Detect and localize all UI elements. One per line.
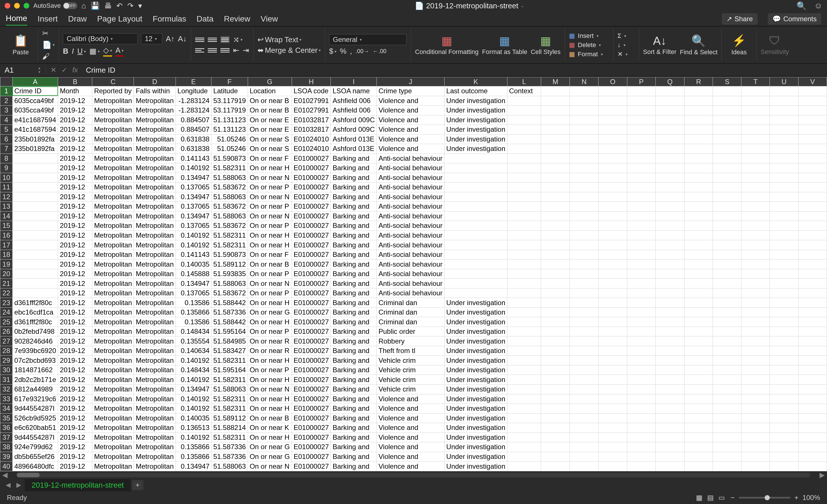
- cell-S39[interactable]: [713, 452, 741, 461]
- cell-F2[interactable]: 53.117919: [211, 96, 248, 106]
- cell-P18[interactable]: [627, 250, 655, 260]
- row-header-13[interactable]: 13: [0, 202, 13, 212]
- cell-D19[interactable]: Metropolitan: [134, 260, 176, 269]
- cell-O12[interactable]: [598, 192, 627, 202]
- cell-Q17[interactable]: [655, 240, 684, 250]
- cell-H2[interactable]: E01027991: [292, 96, 331, 106]
- cell-Q6[interactable]: [655, 134, 684, 144]
- cell-Q32[interactable]: [655, 384, 684, 394]
- qat-dropdown-icon[interactable]: ▾: [138, 1, 142, 10]
- cell-I35[interactable]: Barking and: [331, 413, 377, 423]
- cell-V29[interactable]: [798, 355, 827, 366]
- cell-O14[interactable]: [598, 211, 627, 221]
- cell-U38[interactable]: [770, 442, 798, 452]
- cell-H17[interactable]: E01000027: [292, 240, 331, 250]
- cell-E26[interactable]: 0.148434: [176, 327, 211, 336]
- cell-T39[interactable]: [741, 452, 770, 461]
- cell-M17[interactable]: [541, 240, 570, 250]
- cell-I18[interactable]: Barking and: [331, 250, 377, 260]
- cell-O36[interactable]: [598, 423, 627, 433]
- cell-J13[interactable]: Anti-social behaviour: [377, 202, 444, 212]
- cell-V7[interactable]: [798, 144, 827, 154]
- cell-C20[interactable]: Metropolitan: [92, 269, 134, 279]
- cell-G22[interactable]: On or near P: [248, 288, 292, 298]
- cell-K8[interactable]: [444, 154, 507, 163]
- row-header-22[interactable]: 22: [0, 288, 13, 298]
- cell-M28[interactable]: [541, 346, 570, 355]
- cell-F16[interactable]: 51.582311: [211, 230, 248, 240]
- cell-V38[interactable]: [798, 442, 827, 452]
- cell-R16[interactable]: [684, 230, 713, 240]
- cell-C16[interactable]: Metropolitan: [92, 230, 134, 240]
- cell-C37[interactable]: Metropolitan: [92, 433, 134, 442]
- bold-button[interactable]: B: [63, 47, 68, 56]
- cell-H37[interactable]: E01000027: [292, 433, 331, 442]
- cell-K39[interactable]: Under investigation: [444, 452, 507, 461]
- cell-O29[interactable]: [598, 355, 627, 366]
- cell-R11[interactable]: [684, 182, 713, 192]
- cell-C5[interactable]: Metropolitan: [92, 125, 134, 134]
- cell-D28[interactable]: Metropolitan: [134, 346, 176, 355]
- cell-Q13[interactable]: [655, 202, 684, 212]
- cell-F9[interactable]: 51.582311: [211, 163, 248, 173]
- cell-P33[interactable]: [627, 394, 655, 404]
- cell-K40[interactable]: Under investigation: [444, 461, 507, 471]
- cell-T23[interactable]: [741, 298, 770, 308]
- cell-D4[interactable]: Metropolitan: [134, 115, 176, 125]
- cell-O33[interactable]: [598, 394, 627, 404]
- cell-J20[interactable]: Anti-social behaviour: [377, 269, 444, 279]
- cell-H18[interactable]: E01000027: [292, 250, 331, 260]
- cell-L2[interactable]: [507, 96, 541, 106]
- cell-N39[interactable]: [570, 452, 598, 461]
- cell-E32[interactable]: 0.134947: [176, 384, 211, 394]
- cell-M38[interactable]: [541, 442, 570, 452]
- underline-button[interactable]: U▾: [77, 47, 86, 56]
- col-header-R[interactable]: R: [684, 77, 713, 87]
- cell-E35[interactable]: 0.140035: [176, 413, 211, 423]
- cell-R29[interactable]: [684, 355, 713, 366]
- cell-T24[interactable]: [741, 307, 770, 317]
- cell-O21[interactable]: [598, 279, 627, 288]
- decrease-indent-icon[interactable]: ⇤: [233, 46, 239, 55]
- cell-E6[interactable]: 0.631838: [176, 134, 211, 144]
- cell-U20[interactable]: [770, 269, 798, 279]
- align-bottom[interactable]: [221, 36, 230, 43]
- cell-V18[interactable]: [798, 250, 827, 260]
- cell-K6[interactable]: Under investigation: [444, 134, 507, 144]
- cell-Q27[interactable]: [655, 336, 684, 346]
- cell-A2[interactable]: 6035cca49bf: [12, 96, 58, 106]
- cell-J22[interactable]: Anti-social behaviour: [377, 288, 444, 298]
- row-header-32[interactable]: 32: [0, 384, 13, 394]
- decrease-font-icon[interactable]: A↓: [178, 35, 187, 43]
- cell-H33[interactable]: E01000027: [292, 394, 331, 404]
- cell-F32[interactable]: 51.588063: [211, 384, 248, 394]
- cell-R17[interactable]: [684, 240, 713, 250]
- normal-view-icon[interactable]: ▦: [696, 494, 702, 502]
- cell-V28[interactable]: [798, 346, 827, 355]
- cell-D13[interactable]: Metropolitan: [134, 202, 176, 212]
- cell-P15[interactable]: [627, 221, 655, 231]
- row-header-14[interactable]: 14: [0, 211, 13, 221]
- row-header-12[interactable]: 12: [0, 192, 13, 202]
- cell-J28[interactable]: Theft from tl: [377, 346, 444, 355]
- cut-icon[interactable]: ✂: [42, 29, 55, 38]
- cell-B21[interactable]: 2019-12: [58, 279, 92, 288]
- cell-K14[interactable]: [444, 211, 507, 221]
- cell-D36[interactable]: Metropolitan: [134, 423, 176, 433]
- cell-B24[interactable]: 2019-12: [58, 307, 92, 317]
- cell-O22[interactable]: [598, 288, 627, 298]
- cell-H9[interactable]: E01000027: [292, 163, 331, 173]
- cell-L32[interactable]: [507, 384, 541, 394]
- cell-S34[interactable]: [713, 404, 741, 413]
- cell-U2[interactable]: [770, 96, 798, 106]
- cell-A5[interactable]: e41c1687594: [12, 125, 58, 134]
- cell-R25[interactable]: [684, 317, 713, 327]
- cell-K5[interactable]: Under investigation: [444, 125, 507, 134]
- cell-A26[interactable]: 0b2febd7498: [12, 327, 58, 336]
- cell-Q23[interactable]: [655, 298, 684, 308]
- cell-S24[interactable]: [713, 307, 741, 317]
- cell-N3[interactable]: [570, 106, 598, 115]
- cell-G16[interactable]: On or near H: [248, 230, 292, 240]
- cell-Q14[interactable]: [655, 211, 684, 221]
- cell-T5[interactable]: [741, 125, 770, 134]
